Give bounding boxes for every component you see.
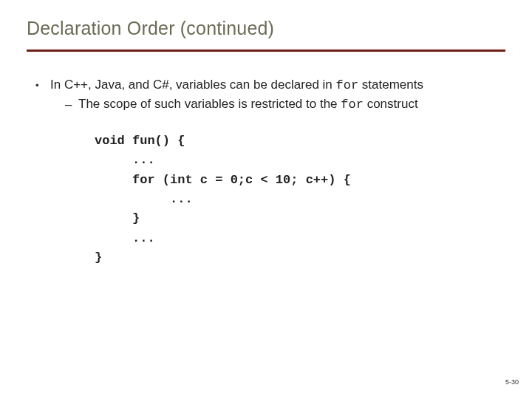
code-line-7: } <box>95 250 102 265</box>
sub-bullet-item: – The scope of such variables is restric… <box>65 96 505 114</box>
bullet-item: • In C++, Java, and C#, variables can be… <box>35 77 505 95</box>
code-line-5: } <box>95 211 140 225</box>
sub-code: for <box>341 98 364 112</box>
bullet-text-post: statements <box>358 78 423 92</box>
bullet-marker: • <box>35 77 50 95</box>
bullet-code: for <box>336 78 359 92</box>
slide-title: Declaration Order (continued) <box>27 18 505 39</box>
slide-number: 5-30 <box>505 378 519 386</box>
code-line-6: ... <box>95 231 155 245</box>
sub-text-pre: The scope of such variables is restricte… <box>78 97 341 111</box>
bullet-text: In C++, Java, and C#, variables can be d… <box>50 77 505 95</box>
sub-bullet-marker: – <box>65 96 78 114</box>
slide: Declaration Order (continued) • In C++, … <box>0 0 532 399</box>
code-line-2: ... <box>95 153 155 167</box>
slide-body: • In C++, Java, and C#, variables can be… <box>27 77 505 267</box>
title-rule <box>27 50 505 52</box>
code-line-1: void fun() { <box>95 134 185 148</box>
code-line-4: ... <box>95 192 193 206</box>
code-line-3: for (int c = 0;c < 10; c++) { <box>95 173 351 187</box>
sub-text-post: construct <box>364 97 418 111</box>
sub-bullet-text: The scope of such variables is restricte… <box>78 96 505 114</box>
code-block: void fun() { ... for (int c = 0;c < 10; … <box>95 132 505 267</box>
bullet-text-pre: In C++, Java, and C#, variables can be d… <box>50 78 336 92</box>
